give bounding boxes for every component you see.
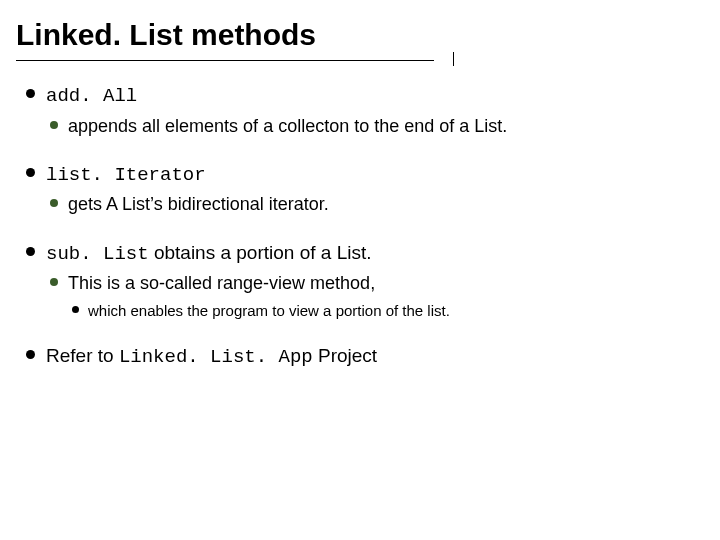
code-text: Linked. List. App [119, 346, 313, 368]
list-item: This is a so-called range-view method, w… [46, 271, 704, 321]
bullet-list: add. All appends all elements of a colle… [22, 82, 704, 371]
list-item: sub. List obtains a portion of a List. T… [22, 240, 704, 322]
list-item: which enables the program to view a port… [68, 300, 704, 321]
body-text: Refer to [46, 345, 119, 366]
body-text: appends all elements of a collecton to t… [68, 116, 507, 136]
body-text: This is a so-called range-view method, [68, 273, 375, 293]
code-text: sub. List [46, 243, 149, 265]
title-underline [16, 58, 704, 68]
body-text: obtains a portion of a List. [149, 242, 372, 263]
code-text: add. All [46, 85, 137, 107]
list-item: add. All appends all elements of a colle… [22, 82, 704, 139]
body-text: Project [313, 345, 377, 366]
slide: Linked. List methods add. All appends al… [0, 0, 720, 371]
page-title: Linked. List methods [16, 18, 704, 52]
code-text: list. Iterator [46, 164, 206, 186]
list-item: appends all elements of a collecton to t… [46, 114, 704, 139]
list-item: Refer to Linked. List. App Project [22, 343, 704, 371]
list-item: list. Iterator gets A List’s bidirection… [22, 161, 704, 218]
body-text: gets A List’s bidirectional iterator. [68, 194, 329, 214]
list-item: gets A List’s bidirectional iterator. [46, 192, 704, 217]
body-text: which enables the program to view a port… [88, 302, 450, 319]
